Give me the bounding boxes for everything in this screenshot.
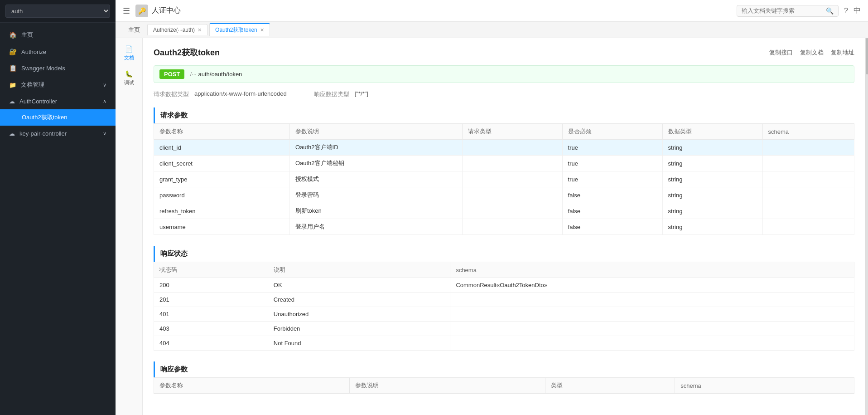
table-row: 200 OK CommonResult«Oauth2TokenDto»	[154, 278, 854, 293]
sidebar-item-home-label: 主页	[21, 31, 33, 39]
project-select[interactable]: auth	[5, 5, 110, 18]
tab-authorize[interactable]: Authorize(···auth) ✕	[147, 24, 207, 35]
api-path: auth/oauth/token	[198, 71, 242, 78]
base-url: /···	[190, 71, 196, 78]
chevron-down-icon-2	[103, 131, 106, 137]
table-row: username 登录用户名 false string	[154, 219, 854, 235]
param-request-type	[462, 203, 562, 219]
sidebar-item-authorize[interactable]: 🔐 Authorize	[0, 44, 116, 60]
response-status-title: 响应状态	[154, 246, 854, 262]
status-desc: Not Found	[268, 336, 450, 351]
param-data-type: string	[662, 140, 762, 156]
sidebar-top: auth	[0, 0, 116, 23]
param-required: false	[562, 219, 662, 235]
table-row: client_id Oauth2客户端ID true string	[154, 140, 854, 156]
search-area: 🔍 ? 中	[737, 5, 861, 17]
table-row: 401 Unauthorized	[154, 307, 854, 322]
param-data-type: string	[662, 187, 762, 203]
scrollbar-thumb	[866, 38, 868, 74]
request-params-title: 请求参数	[154, 107, 854, 123]
tab-oauth2-label: Oauth2获取token	[215, 26, 257, 34]
sidebar-item-oauth2-label: Oauth2获取token	[22, 114, 67, 121]
status-desc: Unauthorized	[268, 307, 450, 322]
param-schema	[762, 156, 854, 171]
doc-icon: 📁	[9, 82, 16, 88]
copy-doc-btn[interactable]: 复制文档	[800, 49, 824, 57]
response-params-title: 响应参数	[154, 361, 854, 377]
logo-text: 人证中心	[152, 6, 181, 15]
copy-url-btn[interactable]: 复制地址	[831, 49, 854, 57]
sidebar-doc-management-header[interactable]: 📁 文档管理	[0, 76, 116, 93]
col-param-name: 参数名称	[154, 124, 290, 140]
topbar: ☰ 🔑 人证中心 🔍 ? 中	[116, 0, 868, 22]
status-schema	[450, 307, 854, 322]
sidebar-item-home[interactable]: 🏠 主页	[0, 26, 116, 44]
controller-icon: ☁	[9, 98, 15, 105]
param-required: true	[562, 156, 662, 171]
lang-icon[interactable]: 中	[854, 6, 861, 15]
chevron-down-icon	[103, 82, 106, 88]
chevron-up-icon	[103, 98, 106, 104]
scrollbar[interactable]	[865, 38, 868, 415]
param-name: username	[154, 219, 290, 235]
tab-home[interactable]: 主页	[123, 26, 145, 34]
param-schema	[762, 171, 854, 187]
help-icon[interactable]: ?	[844, 7, 848, 15]
left-tab-doc-label: 文档	[124, 54, 134, 61]
param-schema	[762, 187, 854, 203]
params-table: 参数名称 参数说明 请求类型 是否必须 数据类型 schema client_i…	[154, 123, 854, 235]
main-area: ☰ 🔑 人证中心 🔍 ? 中 主页 Authorize(···auth) ✕ O…	[116, 0, 868, 415]
search-input[interactable]	[742, 7, 823, 14]
tab-oauth2-close[interactable]: ✕	[260, 27, 264, 33]
param-required: true	[562, 171, 662, 187]
meta-row: 请求数据类型 application/x-www-form-urlencoded…	[154, 90, 854, 98]
search-input-wrap[interactable]: 🔍	[737, 5, 839, 17]
col-request-type: 请求类型	[462, 124, 562, 140]
param-required: true	[562, 140, 662, 156]
left-tab-debug[interactable]: 🐛 调试	[124, 70, 134, 86]
sidebar-group-auth-controller: ☁ AuthController Oauth2获取token	[0, 93, 116, 126]
param-name: client_secret	[154, 156, 290, 171]
param-data-type: string	[662, 219, 762, 235]
sidebar-key-pair-header[interactable]: ☁ key-pair-controller	[0, 126, 116, 142]
status-desc: Forbidden	[268, 322, 450, 336]
param-desc: 登录用户名	[289, 219, 462, 235]
param-request-type	[462, 187, 562, 203]
sidebar-item-swagger-models[interactable]: 📋 Swagger Models	[0, 60, 116, 76]
request-params-section: 请求参数 参数名称 参数说明 请求类型 是否必须 数据类型 schema	[154, 107, 854, 235]
doc-tab-icon: 📄	[125, 45, 133, 53]
table-row: 201 Created	[154, 293, 854, 307]
param-desc: Oauth2客户端秘钥	[289, 156, 462, 171]
copy-interface-btn[interactable]: 复制接口	[769, 49, 793, 57]
request-content-type-value: application/x-www-form-urlencoded	[194, 90, 287, 98]
tab-authorize-close[interactable]: ✕	[198, 27, 202, 33]
param-request-type	[462, 219, 562, 235]
param-request-type	[462, 140, 562, 156]
sidebar-key-pair-label: key-pair-controller	[19, 130, 67, 137]
logo-icon: 🔑	[135, 5, 148, 17]
left-tab-doc[interactable]: 📄 文档	[124, 45, 134, 61]
status-desc: OK	[268, 278, 450, 293]
table-row: client_secret Oauth2客户端秘钥 true string	[154, 156, 854, 171]
response-params-table: 参数名称 参数说明 类型 schema	[154, 377, 854, 394]
param-name: client_id	[154, 140, 290, 156]
sidebar-doc-management-label: 文档管理	[21, 81, 44, 89]
param-required: false	[562, 203, 662, 219]
method-url: /··· auth/oauth/token	[190, 71, 242, 78]
status-desc: Created	[268, 293, 450, 307]
menu-icon[interactable]: ☰	[123, 6, 130, 16]
left-tab-debug-label: 调试	[124, 79, 134, 86]
api-title-row: Oauth2获取token 复制接口 复制文档 复制地址	[154, 47, 854, 58]
sidebar-group-doc-management: 📁 文档管理	[0, 76, 116, 93]
col-data-type: 数据类型	[662, 124, 762, 140]
response-content-type: 响应数据类型 ["*/*"]	[314, 90, 368, 98]
tab-oauth2[interactable]: Oauth2获取token ✕	[209, 23, 270, 36]
sidebar-item-oauth2[interactable]: Oauth2获取token	[0, 109, 116, 126]
status-schema	[450, 322, 854, 336]
sidebar-auth-controller-header[interactable]: ☁ AuthController	[0, 93, 116, 109]
request-content-type: 请求数据类型 application/x-www-form-urlencoded	[154, 90, 287, 98]
sidebar-nav: 🏠 主页 🔐 Authorize 📋 Swagger Models 📁 文档管理	[0, 23, 116, 145]
param-data-type: string	[662, 171, 762, 187]
sidebar: auth 🏠 主页 🔐 Authorize 📋 Swagger Models 📁…	[0, 0, 116, 415]
status-code: 404	[154, 336, 268, 351]
